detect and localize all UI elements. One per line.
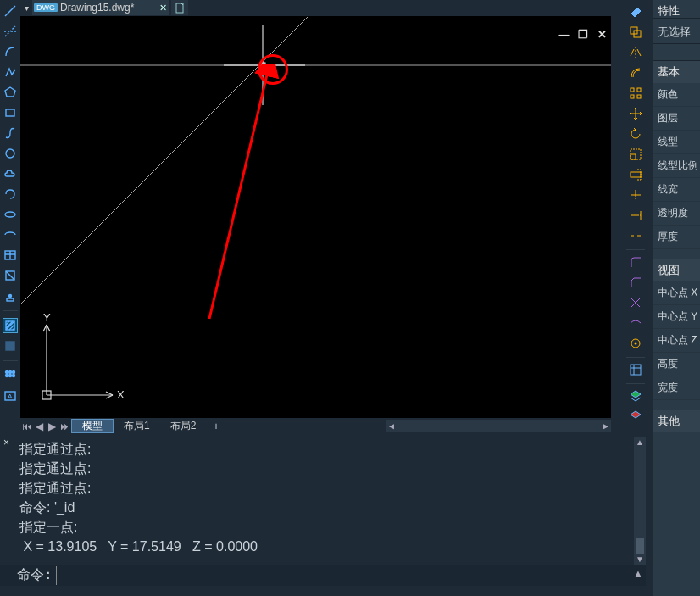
circle-tool-icon[interactable]: [3, 146, 18, 161]
layout-next-icon[interactable]: ▶: [46, 420, 58, 432]
arc-tool-icon[interactable]: [3, 44, 18, 59]
layout-tab-bar: ⏮ ◀ ▶ ⏭ 模型 布局1 布局2 + ◄ ►: [20, 419, 611, 433]
align-tool-icon[interactable]: [627, 335, 644, 352]
svg-rect-31: [631, 88, 634, 92]
document-tab-bar: ▾ DWG Drawing15.dwg* ✕: [20, 0, 188, 15]
svg-point-5: [9, 295, 12, 298]
horizontal-scrollbar[interactable]: ◄ ►: [386, 420, 611, 432]
section-other[interactable]: 其他: [653, 410, 700, 432]
fillet-tool-icon[interactable]: [627, 253, 644, 270]
layout-tab-1[interactable]: 布局1: [114, 419, 160, 433]
trim-tool-icon[interactable]: [627, 187, 644, 203]
prop-center-y[interactable]: 中心点 Y: [653, 305, 700, 329]
stretch-tool-icon[interactable]: [627, 166, 644, 183]
prop-color[interactable]: 颜色: [653, 83, 700, 107]
svg-line-18: [20, 16, 359, 321]
revcloud-tool-icon[interactable]: [3, 187, 18, 202]
cmd-vertical-scrollbar[interactable]: ▲ ▼: [634, 437, 646, 565]
erase-tool-icon[interactable]: [627, 3, 644, 20]
layer-states-icon[interactable]: [627, 408, 644, 425]
mirror-tool-icon[interactable]: [627, 44, 644, 61]
svg-point-39: [635, 343, 637, 345]
command-input-row: 命令: ▲: [0, 565, 646, 586]
drawing-viewport[interactable]: — ❐ ✕ X Y: [20, 16, 611, 418]
close-command-panel-icon[interactable]: ×: [3, 437, 9, 448]
scroll-left-icon[interactable]: ◄: [386, 421, 397, 431]
hatch-tool-icon[interactable]: [3, 318, 18, 333]
offset-tool-icon[interactable]: [627, 64, 644, 81]
ellipse-tool-icon[interactable]: [3, 207, 18, 222]
break-tool-icon[interactable]: [627, 227, 644, 244]
point-tool-icon[interactable]: [3, 288, 18, 304]
scale-tool-icon[interactable]: [627, 146, 644, 163]
spline-tool-icon[interactable]: [3, 125, 18, 141]
svg-text:A: A: [8, 393, 13, 400]
svg-rect-6: [7, 298, 14, 301]
gradient-tool-icon[interactable]: [3, 338, 18, 354]
annotation-circle: [258, 54, 288, 85]
command-input[interactable]: [56, 566, 646, 585]
xline-tool-icon[interactable]: [3, 24, 18, 39]
rotate-tool-icon[interactable]: [627, 125, 644, 142]
layout-prev-icon[interactable]: ◀: [33, 420, 46, 432]
expand-command-icon[interactable]: ▲: [632, 568, 644, 580]
command-history[interactable]: 指定通过点: 指定通过点: 指定通过点: 命令: '_id 指定一点: X = …: [17, 437, 634, 565]
prop-linetype[interactable]: 线型: [653, 131, 700, 154]
ucs-icon: X Y: [32, 315, 117, 411]
layout-add-button[interactable]: +: [206, 421, 225, 432]
prop-lineweight[interactable]: 线宽: [653, 178, 700, 202]
new-document-button[interactable]: [171, 0, 188, 15]
table-tool-icon[interactable]: [3, 248, 18, 263]
line-tool-icon[interactable]: [3, 3, 18, 19]
scrollbar-thumb[interactable]: [636, 538, 644, 554]
layout-tab-2[interactable]: 布局2: [160, 419, 207, 433]
doc-menu-caret-icon[interactable]: ▾: [20, 0, 32, 15]
layer-control-icon[interactable]: [627, 387, 644, 404]
prop-thickness[interactable]: 厚度: [653, 226, 700, 249]
array-tool-icon[interactable]: [627, 85, 644, 102]
extend-tool-icon[interactable]: [627, 207, 644, 224]
text-tool-icon[interactable]: A: [3, 388, 18, 404]
cmd-line: 命令: '_id: [19, 498, 631, 517]
scroll-right-icon[interactable]: ►: [601, 421, 611, 431]
properties-tool-icon[interactable]: [627, 361, 644, 378]
section-view[interactable]: 视图: [653, 259, 700, 281]
layout-tab-model[interactable]: 模型: [71, 419, 114, 433]
prop-center-z[interactable]: 中心点 Z: [653, 329, 700, 353]
rectangle-tool-icon[interactable]: [3, 105, 18, 120]
scroll-up-icon[interactable]: ▲: [634, 437, 646, 448]
polygon-tool-icon[interactable]: [3, 85, 18, 100]
layout-last-icon[interactable]: ⏭: [58, 420, 71, 432]
svg-rect-35: [631, 154, 636, 159]
polyline-tool-icon[interactable]: [3, 64, 18, 80]
cmd-line: X = 13.9105 Y = 17.5149 Z = 0.0000: [19, 537, 631, 556]
move-tool-icon[interactable]: [627, 105, 644, 122]
section-basic[interactable]: 基本: [653, 61, 700, 83]
svg-point-13: [9, 375, 12, 377]
svg-rect-40: [631, 365, 641, 375]
svg-point-9: [6, 371, 8, 374]
scroll-down-icon[interactable]: ▼: [634, 554, 646, 565]
svg-rect-32: [637, 88, 641, 92]
chamfer-tool-icon[interactable]: [627, 274, 644, 291]
cloud-tool-icon[interactable]: [3, 166, 18, 181]
close-document-icon[interactable]: ✕: [159, 3, 167, 14]
layout-first-icon[interactable]: ⏮: [20, 420, 33, 432]
prop-layer[interactable]: 图层: [653, 107, 700, 131]
copy-tool-icon[interactable]: [627, 24, 644, 41]
prop-ltscale[interactable]: 线型比例: [653, 154, 700, 178]
join-tool-icon[interactable]: [627, 315, 644, 331]
ellipse-arc-tool-icon[interactable]: [3, 227, 18, 242]
svg-point-1: [6, 149, 14, 158]
region-tool-icon[interactable]: [3, 268, 18, 283]
prop-transparency[interactable]: 透明度: [653, 202, 700, 226]
explode-tool-icon[interactable]: [627, 294, 644, 311]
array-tool-icon[interactable]: [3, 368, 18, 383]
svg-point-10: [9, 371, 12, 374]
prop-center-x[interactable]: 中心点 X: [653, 281, 700, 305]
selection-dropdown[interactable]: 无选择: [653, 19, 700, 44]
prop-height[interactable]: 高度: [653, 353, 700, 376]
properties-panel: 特性 无选择 基本 颜色 图层 线型 线型比例 线宽 透明度 厚度 视图 中心点…: [653, 0, 700, 596]
document-tab[interactable]: DWG Drawing15.dwg* ✕: [32, 0, 169, 15]
prop-width[interactable]: 宽度: [653, 376, 700, 400]
